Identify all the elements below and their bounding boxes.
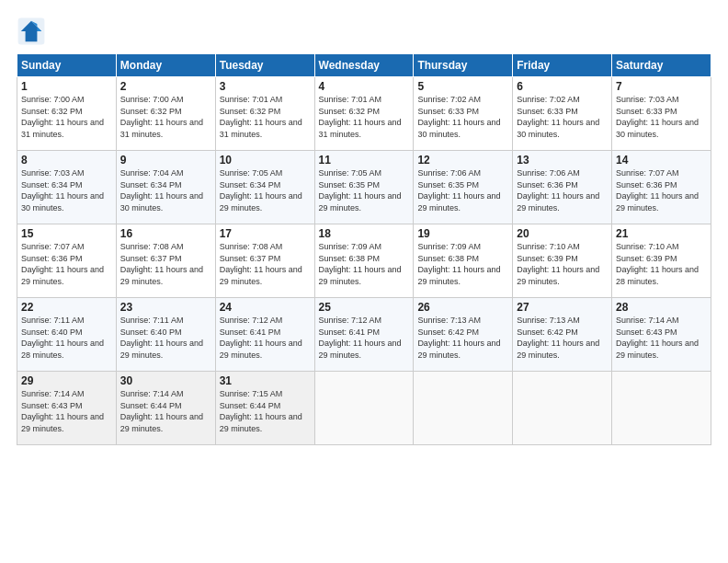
calendar-cell: 2Sunrise: 7:00 AMSunset: 6:32 PMDaylight… — [116, 77, 215, 151]
day-number: 31 — [220, 374, 311, 387]
calendar-cell: 11Sunrise: 7:05 AMSunset: 6:35 PMDayligh… — [314, 151, 414, 224]
day-number: 22 — [21, 301, 112, 314]
day-info: Sunrise: 7:12 AMSunset: 6:41 PMDaylight:… — [319, 315, 410, 361]
calendar-cell — [314, 372, 414, 445]
day-number: 19 — [417, 227, 508, 240]
day-of-week-monday: Monday — [116, 54, 215, 77]
day-info: Sunrise: 7:14 AMSunset: 6:43 PMDaylight:… — [21, 388, 112, 434]
day-of-week-saturday: Saturday — [612, 54, 711, 77]
day-number: 8 — [21, 154, 112, 167]
calendar-cell: 3Sunrise: 7:01 AMSunset: 6:32 PMDaylight… — [215, 77, 314, 151]
calendar-cell: 20Sunrise: 7:10 AMSunset: 6:39 PMDayligh… — [513, 224, 612, 298]
calendar-week-row: 1Sunrise: 7:00 AMSunset: 6:32 PMDaylight… — [17, 77, 711, 151]
day-info: Sunrise: 7:10 AMSunset: 6:39 PMDaylight:… — [517, 241, 608, 287]
day-of-week-wednesday: Wednesday — [314, 54, 414, 77]
day-number: 30 — [120, 374, 211, 387]
day-info: Sunrise: 7:01 AMSunset: 6:32 PMDaylight:… — [220, 94, 311, 140]
calendar-cell: 14Sunrise: 7:07 AMSunset: 6:36 PMDayligh… — [612, 151, 711, 224]
calendar-cell — [513, 372, 612, 445]
day-info: Sunrise: 7:03 AMSunset: 6:33 PMDaylight:… — [616, 94, 707, 140]
calendar-cell: 18Sunrise: 7:09 AMSunset: 6:38 PMDayligh… — [314, 224, 414, 298]
calendar-cell: 26Sunrise: 7:13 AMSunset: 6:42 PMDayligh… — [414, 298, 513, 372]
day-number: 1 — [21, 80, 112, 93]
day-info: Sunrise: 7:06 AMSunset: 6:36 PMDaylight:… — [517, 167, 608, 213]
day-number: 25 — [319, 301, 410, 314]
day-number: 15 — [21, 227, 112, 240]
day-number: 10 — [220, 154, 311, 167]
day-number: 11 — [319, 154, 410, 167]
calendar-cell: 22Sunrise: 7:11 AMSunset: 6:40 PMDayligh… — [17, 298, 117, 372]
day-number: 9 — [120, 154, 211, 167]
day-number: 16 — [120, 227, 211, 240]
day-number: 13 — [517, 154, 608, 167]
day-info: Sunrise: 7:04 AMSunset: 6:34 PMDaylight:… — [120, 167, 211, 213]
calendar-cell: 25Sunrise: 7:12 AMSunset: 6:41 PMDayligh… — [314, 298, 414, 372]
day-number: 2 — [120, 80, 211, 93]
calendar-cell: 21Sunrise: 7:10 AMSunset: 6:39 PMDayligh… — [612, 224, 711, 298]
day-info: Sunrise: 7:11 AMSunset: 6:40 PMDaylight:… — [120, 315, 211, 361]
calendar-cell: 4Sunrise: 7:01 AMSunset: 6:32 PMDaylight… — [314, 77, 414, 151]
calendar-cell: 27Sunrise: 7:13 AMSunset: 6:42 PMDayligh… — [513, 298, 612, 372]
logo — [17, 17, 50, 46]
calendar-week-row: 22Sunrise: 7:11 AMSunset: 6:40 PMDayligh… — [17, 298, 711, 372]
calendar-cell: 16Sunrise: 7:08 AMSunset: 6:37 PMDayligh… — [116, 224, 215, 298]
calendar-cell: 28Sunrise: 7:14 AMSunset: 6:43 PMDayligh… — [612, 298, 711, 372]
day-number: 24 — [220, 301, 311, 314]
day-info: Sunrise: 7:05 AMSunset: 6:34 PMDaylight:… — [220, 167, 311, 213]
day-info: Sunrise: 7:09 AMSunset: 6:38 PMDaylight:… — [417, 241, 508, 287]
logo-icon — [17, 17, 46, 46]
calendar-cell: 17Sunrise: 7:08 AMSunset: 6:37 PMDayligh… — [215, 224, 314, 298]
calendar-last-row: 29Sunrise: 7:14 AMSunset: 6:43 PMDayligh… — [17, 372, 711, 445]
day-info: Sunrise: 7:00 AMSunset: 6:32 PMDaylight:… — [21, 94, 112, 140]
calendar-cell: 24Sunrise: 7:12 AMSunset: 6:41 PMDayligh… — [215, 298, 314, 372]
calendar-cell — [414, 372, 513, 445]
day-info: Sunrise: 7:13 AMSunset: 6:42 PMDaylight:… — [417, 315, 508, 361]
calendar-cell: 30Sunrise: 7:14 AMSunset: 6:44 PMDayligh… — [116, 372, 215, 445]
day-number: 3 — [220, 80, 311, 93]
calendar-cell: 31Sunrise: 7:15 AMSunset: 6:44 PMDayligh… — [215, 372, 314, 445]
calendar-cell: 1Sunrise: 7:00 AMSunset: 6:32 PMDaylight… — [17, 77, 117, 151]
day-number: 12 — [417, 154, 508, 167]
calendar-cell: 23Sunrise: 7:11 AMSunset: 6:40 PMDayligh… — [116, 298, 215, 372]
day-info: Sunrise: 7:08 AMSunset: 6:37 PMDaylight:… — [220, 241, 311, 287]
calendar-header-row: SundayMondayTuesdayWednesdayThursdayFrid… — [17, 54, 711, 77]
day-number: 23 — [120, 301, 211, 314]
day-number: 5 — [417, 80, 508, 93]
page: SundayMondayTuesdayWednesdayThursdayFrid… — [0, 0, 728, 563]
day-info: Sunrise: 7:05 AMSunset: 6:35 PMDaylight:… — [319, 167, 410, 213]
calendar-cell — [612, 372, 711, 445]
day-info: Sunrise: 7:02 AMSunset: 6:33 PMDaylight:… — [517, 94, 608, 140]
day-number: 21 — [616, 227, 707, 240]
calendar-cell: 12Sunrise: 7:06 AMSunset: 6:35 PMDayligh… — [414, 151, 513, 224]
day-info: Sunrise: 7:09 AMSunset: 6:38 PMDaylight:… — [319, 241, 410, 287]
day-info: Sunrise: 7:11 AMSunset: 6:40 PMDaylight:… — [21, 315, 112, 361]
calendar-cell: 9Sunrise: 7:04 AMSunset: 6:34 PMDaylight… — [116, 151, 215, 224]
day-number: 26 — [417, 301, 508, 314]
calendar-table: SundayMondayTuesdayWednesdayThursdayFrid… — [17, 53, 711, 445]
day-number: 29 — [21, 374, 112, 387]
calendar-cell: 7Sunrise: 7:03 AMSunset: 6:33 PMDaylight… — [612, 77, 711, 151]
day-info: Sunrise: 7:14 AMSunset: 6:43 PMDaylight:… — [616, 315, 707, 361]
day-info: Sunrise: 7:01 AMSunset: 6:32 PMDaylight:… — [319, 94, 410, 140]
calendar-week-row: 8Sunrise: 7:03 AMSunset: 6:34 PMDaylight… — [17, 151, 711, 224]
calendar-cell: 6Sunrise: 7:02 AMSunset: 6:33 PMDaylight… — [513, 77, 612, 151]
calendar-cell: 29Sunrise: 7:14 AMSunset: 6:43 PMDayligh… — [17, 372, 117, 445]
day-number: 20 — [517, 227, 608, 240]
day-info: Sunrise: 7:07 AMSunset: 6:36 PMDaylight:… — [616, 167, 707, 213]
day-number: 28 — [616, 301, 707, 314]
day-info: Sunrise: 7:07 AMSunset: 6:36 PMDaylight:… — [21, 241, 112, 287]
day-info: Sunrise: 7:00 AMSunset: 6:32 PMDaylight:… — [120, 94, 211, 140]
day-number: 18 — [319, 227, 410, 240]
calendar-cell: 10Sunrise: 7:05 AMSunset: 6:34 PMDayligh… — [215, 151, 314, 224]
calendar-cell: 19Sunrise: 7:09 AMSunset: 6:38 PMDayligh… — [414, 224, 513, 298]
day-info: Sunrise: 7:02 AMSunset: 6:33 PMDaylight:… — [417, 94, 508, 140]
calendar-cell: 15Sunrise: 7:07 AMSunset: 6:36 PMDayligh… — [17, 224, 117, 298]
day-info: Sunrise: 7:15 AMSunset: 6:44 PMDaylight:… — [220, 388, 311, 434]
calendar-cell: 5Sunrise: 7:02 AMSunset: 6:33 PMDaylight… — [414, 77, 513, 151]
day-info: Sunrise: 7:13 AMSunset: 6:42 PMDaylight:… — [517, 315, 608, 361]
day-info: Sunrise: 7:08 AMSunset: 6:37 PMDaylight:… — [120, 241, 211, 287]
calendar-week-row: 15Sunrise: 7:07 AMSunset: 6:36 PMDayligh… — [17, 224, 711, 298]
day-number: 17 — [220, 227, 311, 240]
day-of-week-tuesday: Tuesday — [215, 54, 314, 77]
calendar-cell: 8Sunrise: 7:03 AMSunset: 6:34 PMDaylight… — [17, 151, 117, 224]
